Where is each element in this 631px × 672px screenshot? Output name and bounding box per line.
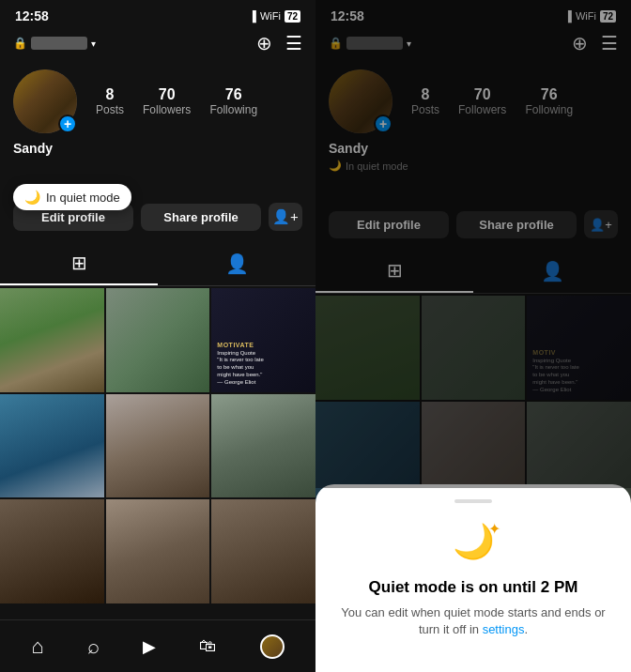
stat-following[interactable]: 76 Following [209,86,257,116]
spacer [13,156,302,184]
sheet-handle [454,499,492,503]
motivate-tag: MOTIVATE [217,342,310,348]
grid-cell-5[interactable] [106,394,210,498]
add-post-icon[interactable]: ⊕ [256,32,272,54]
following-label: Following [209,103,257,116]
reels-icon: ▶ [143,636,156,657]
rays-icon: ✦ [488,520,500,538]
grid-icon: ⊞ [71,252,87,274]
person-add-icon: 👤+ [272,208,299,225]
quiet-moon-small-icon: 🌙 [24,190,40,205]
chevron-down-icon: ▾ [91,38,96,49]
tagged-icon: 👤 [225,252,249,275]
profile-stats: 8 Posts 70 Followers 76 Following [96,86,257,116]
tab-tagged[interactable]: 👤 [158,242,316,285]
header-left: 🔒 ▾ ⊕ ☰ [0,28,316,62]
grid-cell-8[interactable] [106,499,210,603]
avatar-wrap[interactable]: + [13,69,77,133]
stat-posts: 8 Posts [96,86,124,116]
nav-search[interactable]: ⌕ [87,634,100,659]
status-icons-left: ▐ WiFi 72 [249,10,300,23]
posts-label: Posts [96,103,124,116]
following-count: 76 [225,86,242,103]
grid-cell-4[interactable] [0,394,104,498]
left-panel: 12:58 ▐ WiFi 72 🔒 ▾ ⊕ ☰ + [0,0,316,672]
quiet-mode-text: In quiet mode [46,191,120,205]
photo-grid: MOTIVATE Inspiring Quote"It is never too… [0,288,316,603]
profile-tabs: ⊞ 👤 [0,242,316,286]
tab-grid[interactable]: ⊞ [0,242,158,285]
time-left: 12:58 [15,8,49,23]
lock-icon: 🔒 [13,37,27,50]
username-blurred [31,37,87,50]
profile-top: + 8 Posts 70 Followers 76 Following [13,69,302,133]
nav-home[interactable]: ⌂ [31,634,43,659]
quiet-mode-icon-wrap: 🌙 ✦ [450,522,497,569]
right-panel: 12:58 ▐ WiFi 72 🔒 ▾ ⊕ ☰ + [316,0,631,672]
username-area[interactable]: 🔒 ▾ [13,37,96,50]
battery-icon: 72 [285,10,300,23]
grid-cell-9[interactable] [211,499,316,603]
shop-icon: 🛍 [199,636,216,656]
profile-name: Sandy [13,141,302,156]
stat-followers[interactable]: 70 Followers [143,86,191,116]
sheet-subtitle-text: You can edit when quiet mode starts and … [341,605,605,636]
followers-count: 70 [159,86,176,103]
grid-cell-3[interactable]: MOTIVATE Inspiring Quote"It is never too… [211,288,316,392]
motivate-overlay: MOTIVATE Inspiring Quote"It is never too… [211,288,316,392]
header-action-icons: ⊕ ☰ [256,32,302,54]
add-person-button[interactable]: 👤+ [269,203,302,231]
home-icon: ⌂ [31,634,43,659]
search-icon: ⌕ [87,634,100,659]
quiet-mode-tooltip[interactable]: 🌙 In quiet mode [13,184,131,210]
grid-cell-1[interactable] [0,288,104,392]
nav-reels[interactable]: ▶ [143,636,156,657]
avatar-plus-icon[interactable]: + [58,115,77,133]
status-bar-left: 12:58 ▐ WiFi 72 [0,0,316,28]
dim-overlay [316,0,631,488]
nav-shop[interactable]: 🛍 [199,636,216,656]
profile-section: + 8 Posts 70 Followers 76 Following Sand… [0,62,316,193]
grid-cell-7[interactable] [0,499,104,603]
nav-profile[interactable] [260,634,285,659]
share-profile-button[interactable]: Share profile [141,204,261,231]
sheet-subtitle: You can edit when quiet mode starts and … [338,604,608,638]
signal-icon: ▐ [249,10,256,22]
posts-count: 8 [106,86,115,103]
bottom-nav-left: ⌂ ⌕ ▶ 🛍 [0,619,316,672]
grid-cell-2[interactable] [106,288,210,392]
motivate-quote: Inspiring Quote"It is never too lateto b… [217,350,310,387]
grid-cell-6[interactable] [211,394,316,498]
followers-label: Followers [143,103,191,116]
bottom-sheet[interactable]: 🌙 ✦ Quiet mode is on until 2 PM You can … [316,484,631,672]
menu-icon[interactable]: ☰ [285,32,302,54]
settings-link[interactable]: settings [483,622,525,636]
nav-avatar [260,634,285,659]
sheet-title: Quiet mode is on until 2 PM [338,578,608,597]
wifi-icon: WiFi [260,10,281,22]
